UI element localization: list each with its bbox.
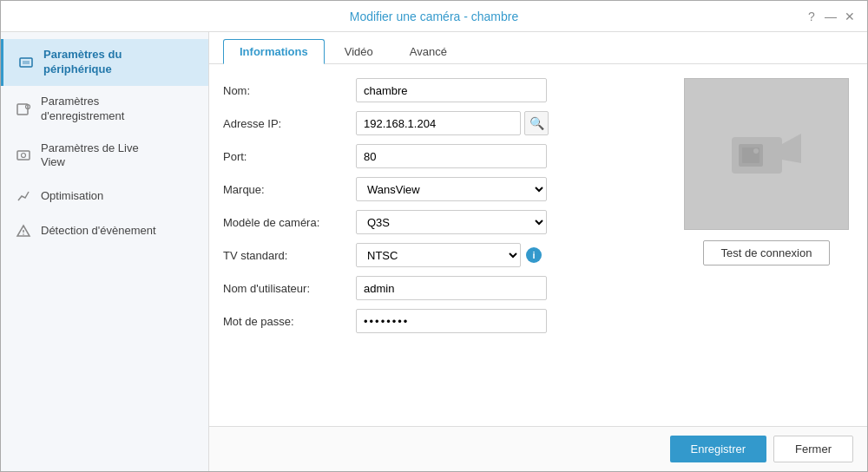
label-port: Port: [223, 150, 349, 163]
tabs: Informations Vidéo Avancé [209, 32, 867, 64]
search-ip-button[interactable]: 🔍 [524, 111, 549, 135]
camera-placeholder-icon [723, 120, 810, 189]
svg-rect-4 [17, 151, 30, 160]
form-area: Nom: Adresse IP: 🔍 Port: [209, 64, 867, 426]
sidebar: Paramètres dupériphérique Paramètresd'en… [1, 32, 209, 471]
adresse-ip-group: 🔍 [356, 111, 549, 135]
camera-preview: Test de connexion [680, 78, 853, 412]
select-marque[interactable]: WansView Axis Hikvision [356, 177, 547, 201]
window-controls: ? — ✕ [805, 10, 857, 23]
select-modele[interactable]: Q3S Q3L Q3H [356, 210, 547, 234]
sidebar-item-recording-params[interactable]: Paramètresd'enregistrement [1, 86, 208, 133]
form-row-password: Mot de passe: [223, 309, 662, 333]
sidebar-item-device-params[interactable]: Paramètres dupériphérique [1, 39, 208, 86]
label-modele: Modèle de caméra: [223, 216, 349, 229]
input-port[interactable] [356, 144, 547, 168]
label-marque: Marque: [223, 183, 349, 196]
liveview-icon [15, 147, 32, 164]
sidebar-label-device-params: Paramètres dupériphérique [43, 48, 122, 77]
svg-rect-1 [23, 61, 30, 64]
sidebar-label-event-detection: Détection d'évènement [41, 224, 156, 239]
sidebar-label-optimisation: Optimisation [41, 189, 103, 204]
close-button[interactable]: Fermer [773, 436, 853, 462]
camera-thumbnail [684, 78, 849, 230]
label-tv-standard: TV standard: [223, 249, 349, 262]
help-button[interactable]: ? [805, 10, 819, 23]
input-password[interactable] [356, 309, 547, 333]
form-row-tv-standard: TV standard: NTSC PAL i [223, 243, 662, 267]
label-adresse-ip: Adresse IP: [223, 117, 349, 130]
sidebar-item-event-detection[interactable]: Détection d'évènement [1, 213, 208, 248]
footer: Enregistrer Fermer [209, 426, 867, 471]
sidebar-item-liveview-params[interactable]: Paramètres de LiveView [1, 133, 208, 180]
form-row-username: Nom d'utilisateur: [223, 276, 662, 300]
input-nom[interactable] [356, 78, 547, 102]
svg-point-12 [753, 148, 759, 154]
recording-icon [15, 101, 32, 118]
form-row-modele: Modèle de caméra: Q3S Q3L Q3H [223, 210, 662, 234]
input-adresse-ip[interactable] [356, 111, 521, 135]
right-panel: Informations Vidéo Avancé Nom: [209, 32, 867, 471]
sidebar-label-liveview-params: Paramètres de LiveView [41, 141, 139, 171]
event-icon [15, 222, 32, 239]
title-bar: Modifier une caméra - chambre ? — ✕ [1, 1, 867, 32]
tv-standard-group: NTSC PAL i [356, 243, 542, 267]
form-row-nom: Nom: [223, 78, 662, 102]
label-password: Mot de passe: [223, 315, 349, 328]
tab-informations[interactable]: Informations [223, 39, 325, 64]
form-fields: Nom: Adresse IP: 🔍 Port: [223, 78, 662, 412]
device-icon [17, 54, 35, 71]
optimisation-icon [15, 187, 32, 205]
label-nom: Nom: [223, 84, 349, 97]
form-row-adresse-ip: Adresse IP: 🔍 [223, 111, 662, 135]
svg-point-5 [22, 154, 26, 158]
form-row-marque: Marque: WansView Axis Hikvision [223, 177, 662, 201]
main-content: Paramètres dupériphérique Paramètresd'en… [1, 32, 867, 471]
input-username[interactable] [356, 276, 547, 300]
test-connection-button[interactable]: Test de connexion [703, 240, 831, 266]
close-button[interactable]: ✕ [843, 10, 857, 23]
sidebar-item-optimisation[interactable]: Optimisation [1, 179, 208, 213]
svg-point-8 [23, 234, 24, 236]
minimize-button[interactable]: — [824, 10, 838, 23]
tv-standard-info-icon[interactable]: i [526, 247, 542, 263]
svg-marker-13 [782, 134, 801, 163]
sidebar-label-recording-params: Paramètresd'enregistrement [41, 95, 124, 124]
form-row-port: Port: [223, 144, 662, 168]
tab-avance[interactable]: Avancé [393, 39, 464, 63]
main-window: Modifier une caméra - chambre ? — ✕ Para… [0, 0, 868, 472]
select-tv-standard[interactable]: NTSC PAL [356, 243, 521, 267]
save-button[interactable]: Enregistrer [670, 436, 767, 462]
window-title: Modifier une caméra - chambre [63, 10, 805, 23]
label-username: Nom d'utilisateur: [223, 282, 349, 295]
tab-video[interactable]: Vidéo [328, 39, 390, 63]
